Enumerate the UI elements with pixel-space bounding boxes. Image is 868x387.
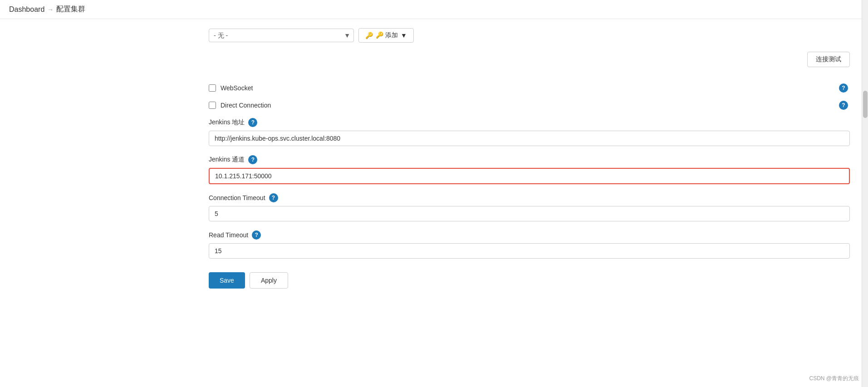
jenkins-address-group: Jenkins 地址 ?	[209, 118, 850, 146]
credential-select[interactable]: - 无 -	[209, 29, 354, 42]
jenkins-address-help-icon[interactable]: ?	[248, 118, 257, 127]
websocket-label: WebSocket	[221, 84, 253, 92]
save-button[interactable]: Save	[209, 272, 245, 289]
breadcrumb-arrow: →	[47, 6, 54, 13]
websocket-checkbox[interactable]	[209, 84, 216, 92]
select-row: - 无 - ▼ 🔑 🔑 添加 ▼	[209, 28, 850, 43]
read-timeout-input[interactable]	[209, 243, 850, 259]
jenkins-tunnel-input[interactable]	[209, 168, 850, 184]
direct-connection-checkbox[interactable]	[209, 102, 216, 109]
jenkins-address-label: Jenkins 地址	[209, 118, 245, 127]
websocket-row: WebSocket ?	[209, 83, 850, 93]
connection-timeout-label: Connection Timeout	[209, 194, 265, 201]
apply-button[interactable]: Apply	[250, 272, 288, 289]
read-timeout-group: Read Timeout ?	[209, 230, 850, 259]
jenkins-tunnel-label-row: Jenkins 通道 ?	[209, 155, 850, 164]
websocket-help-icon[interactable]: ?	[839, 83, 848, 93]
key-icon: 🔑	[365, 32, 373, 39]
direct-connection-help-icon[interactable]: ?	[839, 101, 848, 110]
jenkins-tunnel-group: Jenkins 通道 ?	[209, 155, 850, 184]
scrollbar-track[interactable]	[862, 0, 868, 387]
read-timeout-label-row: Read Timeout ?	[209, 230, 850, 240]
watermark: CSDN @青青的无痕	[809, 375, 859, 382]
read-timeout-label: Read Timeout	[209, 231, 248, 239]
connect-test-button[interactable]: 连接测试	[807, 52, 850, 67]
connection-timeout-help-icon[interactable]: ?	[269, 193, 278, 202]
footer-buttons: Save Apply	[209, 272, 850, 289]
direct-connection-row: Direct Connection ?	[209, 101, 850, 110]
add-dropdown-icon: ▼	[401, 32, 407, 39]
main-content: - 无 - ▼ 🔑 🔑 添加 ▼ 连接测试 WebSocket ? Direct…	[0, 19, 868, 387]
read-timeout-help-icon[interactable]: ?	[252, 230, 261, 240]
jenkins-tunnel-label: Jenkins 通道	[209, 156, 245, 164]
connection-timeout-label-row: Connection Timeout ?	[209, 193, 850, 202]
add-button-label: 🔑 添加	[376, 31, 398, 39]
add-credential-button[interactable]: 🔑 🔑 添加 ▼	[358, 28, 414, 43]
jenkins-address-input[interactable]	[209, 131, 850, 146]
jenkins-tunnel-help-icon[interactable]: ?	[248, 155, 257, 164]
connection-timeout-input[interactable]	[209, 206, 850, 221]
breadcrumb-current: 配置集群	[56, 5, 85, 14]
top-bar: Dashboard → 配置集群	[0, 0, 868, 19]
scrollbar-thumb[interactable]	[863, 91, 868, 118]
select-wrapper: - 无 - ▼	[209, 29, 354, 42]
jenkins-address-label-row: Jenkins 地址 ?	[209, 118, 850, 127]
connection-timeout-group: Connection Timeout ?	[209, 193, 850, 221]
direct-connection-label: Direct Connection	[221, 102, 271, 109]
breadcrumb-dashboard[interactable]: Dashboard	[9, 5, 44, 14]
